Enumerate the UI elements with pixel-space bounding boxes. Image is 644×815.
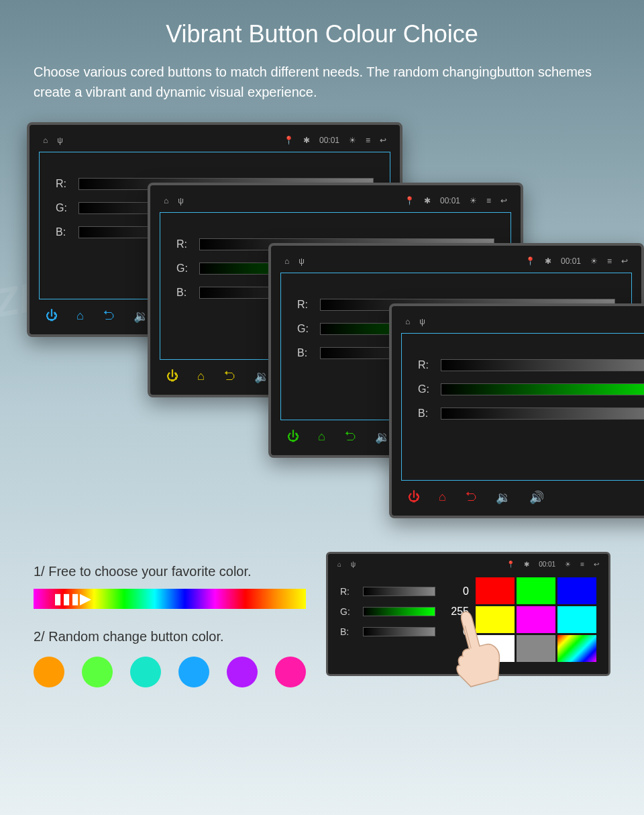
g-label: G:: [297, 323, 313, 335]
r-value: 0: [442, 585, 469, 597]
b-label: B:: [340, 626, 356, 637]
brightness-icon[interactable]: ☀: [470, 196, 477, 205]
palette-swatch[interactable]: [517, 606, 555, 633]
palette-swatch[interactable]: [557, 577, 596, 604]
b-slider[interactable]: [441, 408, 644, 420]
home-icon[interactable]: ⌂: [43, 136, 48, 145]
statusbar: ⌂ψ 📍 ✱ 00:01 ☀ ≡ ↩: [280, 255, 632, 273]
color-dot: [130, 657, 161, 687]
location-icon: 📍: [405, 196, 415, 205]
bluetooth-icon: ✱: [524, 561, 529, 568]
clock-text: 00:01: [539, 561, 555, 568]
rainbow-bar: ▮▮▮▶: [34, 589, 306, 609]
back-icon[interactable]: ⮌: [223, 369, 235, 384]
home-icon[interactable]: ⌂: [76, 309, 84, 324]
usb-icon: ψ: [351, 561, 356, 568]
palette-swatch[interactable]: [557, 635, 596, 662]
back-icon[interactable]: ↩: [621, 256, 628, 266]
voldown-icon[interactable]: 🔉: [254, 369, 269, 384]
statusbar: ⌂ψ 📍 ✱: [401, 316, 644, 333]
bullet-2: 2/ Random change button color.: [34, 629, 306, 644]
r-label: R:: [56, 178, 72, 190]
tablet-stack: ⌂ψ 📍 ✱ 00:01 ☀ ≡ ↩ R: G: B: ⏻ ⌂ ⮌ 🔉 ⌂ψ: [0, 122, 644, 538]
color-dot: [34, 657, 64, 687]
brightness-icon[interactable]: ☀: [590, 256, 598, 266]
back-icon[interactable]: ⮌: [465, 490, 477, 505]
r-slider[interactable]: [441, 359, 644, 371]
usb-icon: ψ: [57, 136, 63, 145]
b-label: B:: [297, 347, 313, 359]
location-icon: 📍: [525, 256, 535, 266]
statusbar: ⌂ψ 📍 ✱ 00:01 ☀ ≡ ↩: [160, 195, 511, 212]
statusbar: ⌂ψ 📍 ✱ 00:01 ☀ ≡ ↩: [39, 134, 390, 152]
statusbar: ⌂ψ 📍 ✱ 00:01 ☀ ≡ ↩: [335, 561, 602, 572]
volup-icon[interactable]: 🔊: [529, 490, 544, 505]
g-label: G:: [56, 202, 72, 214]
bullet-1: 1/ Free to choose your favorite color.: [34, 564, 306, 579]
b-label: B:: [176, 287, 193, 299]
power-icon[interactable]: ⏻: [287, 430, 299, 444]
tablet-red: ⌂ψ 📍 ✱ R: 0 G: 255 B: 0 ⏻: [389, 303, 644, 518]
voldown-icon[interactable]: 🔉: [375, 430, 390, 444]
location-icon: 📍: [506, 561, 515, 568]
color-panel: R: 0 G: 255 B: 0: [401, 333, 644, 481]
color-dot: [178, 657, 209, 687]
voldown-icon[interactable]: 🔉: [496, 490, 511, 505]
g-slider[interactable]: [363, 607, 435, 616]
b-label: B:: [418, 408, 434, 420]
location-icon: 📍: [284, 136, 294, 145]
voldown-icon[interactable]: 🔉: [133, 309, 148, 324]
menu-icon[interactable]: ≡: [607, 256, 612, 266]
home-icon[interactable]: ⌂: [164, 196, 168, 205]
back-icon[interactable]: ⮌: [103, 309, 115, 324]
page-desc: Choose various cored buttons to match di…: [0, 48, 644, 102]
r-label: R:: [340, 586, 356, 597]
palette-swatch[interactable]: [557, 606, 596, 633]
palette-swatch[interactable]: [517, 577, 555, 604]
r-label: R:: [297, 299, 313, 311]
power-icon[interactable]: ⏻: [166, 369, 178, 384]
menu-icon[interactable]: ≡: [366, 136, 370, 145]
power-icon[interactable]: ⏻: [46, 309, 58, 324]
g-slider[interactable]: [441, 383, 644, 395]
usb-icon: ψ: [419, 317, 425, 326]
back-icon[interactable]: ↩: [380, 136, 386, 145]
arrow-icon: ▮▮▮▶: [54, 590, 92, 608]
menu-icon[interactable]: ≡: [580, 561, 584, 568]
palette-swatch[interactable]: [476, 577, 515, 604]
home-icon[interactable]: ⌂: [439, 490, 446, 505]
back-icon[interactable]: ↩: [500, 196, 507, 205]
bluetooth-icon: ✱: [303, 136, 310, 145]
bluetooth-icon: ✱: [424, 196, 431, 205]
home-icon[interactable]: ⌂: [405, 317, 410, 326]
color-dot: [275, 657, 306, 687]
b-label: B:: [56, 226, 72, 238]
home-icon[interactable]: ⌂: [197, 369, 205, 384]
b-slider[interactable]: [363, 627, 435, 636]
brightness-icon[interactable]: ☀: [349, 136, 356, 145]
home-icon[interactable]: ⌂: [284, 256, 289, 266]
color-dot: [227, 657, 258, 687]
brightness-icon[interactable]: ☀: [565, 561, 571, 568]
power-icon[interactable]: ⏻: [408, 490, 420, 505]
usb-icon: ψ: [299, 256, 305, 266]
back-icon[interactable]: ↩: [594, 561, 599, 568]
clock-text: 00:01: [440, 196, 460, 205]
r-label: R:: [176, 238, 193, 250]
home-icon[interactable]: ⌂: [337, 561, 341, 568]
menu-icon[interactable]: ≡: [486, 196, 491, 205]
r-slider[interactable]: [363, 587, 435, 596]
usb-icon: ψ: [178, 196, 184, 205]
home-icon[interactable]: ⌂: [318, 430, 325, 444]
bluetooth-icon: ✱: [545, 256, 551, 266]
clock-text: 00:01: [561, 256, 581, 266]
color-dot: [82, 657, 113, 687]
page-title: Vibrant Button Colour Choice: [0, 0, 644, 48]
r-label: R:: [418, 359, 434, 371]
g-label: G:: [418, 383, 434, 395]
g-label: G:: [176, 262, 193, 275]
palette-swatch[interactable]: [517, 635, 555, 662]
back-icon[interactable]: ⮌: [344, 430, 356, 444]
g-label: G:: [340, 606, 356, 617]
clock-text: 00:01: [319, 136, 339, 145]
